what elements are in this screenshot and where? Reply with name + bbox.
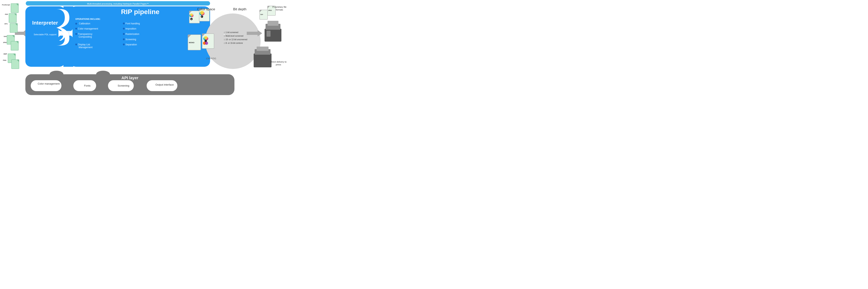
svg-text:MONO: MONO	[189, 41, 194, 43]
svg-marker-12	[69, 29, 72, 37]
svg-rect-37	[188, 35, 201, 50]
svg-rect-18	[31, 80, 61, 91]
input-file-icons	[6, 3, 26, 74]
svg-rect-76	[11, 60, 19, 69]
svg-point-35	[201, 15, 203, 18]
svg-marker-53	[259, 10, 262, 12]
api-title: API layer	[25, 76, 235, 80]
svg-text:TIFF: TIFF	[260, 14, 263, 15]
svg-rect-68	[10, 23, 18, 32]
svg-marker-41	[202, 34, 205, 37]
svg-rect-52	[259, 10, 268, 20]
svg-rect-58	[267, 31, 271, 37]
api-pill-fonts[interactable]: Fonts	[76, 84, 99, 87]
svg-rect-1	[25, 6, 65, 67]
svg-rect-60	[255, 49, 271, 55]
svg-rect-57	[268, 21, 278, 26]
svg-text:K: K	[202, 16, 202, 18]
cmykov-label: (CMYKOV)	[206, 58, 216, 60]
svg-rect-72	[11, 41, 19, 50]
svg-marker-38	[188, 35, 191, 38]
svg-rect-62	[247, 32, 258, 35]
api-pill-screening[interactable]: Screening	[111, 84, 136, 87]
svg-rect-40	[202, 34, 214, 49]
ops-header: OPERATIONS INCLUDE:	[75, 18, 101, 20]
svg-point-28	[190, 18, 193, 20]
svg-point-4	[59, 38, 75, 53]
bit-depth-options: □ 1-bit screened □ Multi-level screened …	[224, 31, 247, 45]
svg-point-45	[205, 40, 207, 42]
svg-marker-63	[258, 30, 262, 36]
svg-rect-9	[211, 32, 221, 35]
interpreter-subtitle: Selectable PDL support	[27, 33, 63, 36]
svg-point-47	[205, 41, 208, 45]
svg-point-44	[204, 36, 208, 39]
svg-rect-55	[265, 29, 281, 41]
ops-item-separation: Separation	[123, 43, 137, 46]
bit-depth-title: Bit depth	[220, 7, 259, 11]
ops-item-calibration: Calibration	[75, 22, 90, 25]
output-direct-label: Direct delivery to press	[269, 60, 288, 66]
ops-item-screening: Screening	[123, 38, 136, 41]
output-proprietary-label: Proprietary file formats	[270, 5, 289, 11]
ops-item-imposition: Imposition	[123, 27, 136, 30]
ops-item-transparency: Transparency Compositing	[75, 33, 92, 38]
interpreter-title: Interpreter	[27, 20, 63, 26]
svg-point-46	[203, 41, 206, 45]
svg-text:W: W	[191, 19, 192, 20]
api-pill-color-management[interactable]: Color management	[33, 82, 64, 85]
ops-item-font-handling: Font handling	[123, 22, 140, 25]
svg-rect-56	[266, 24, 280, 30]
api-pill-output-interface[interactable]: Output interface	[149, 83, 180, 86]
ops-item-color-management: Color management	[75, 27, 98, 30]
svg-point-42	[203, 37, 207, 40]
ops-item-rasterization: Rasterization	[123, 33, 139, 35]
ops-item-display-list: Display List Management	[75, 43, 93, 49]
svg-rect-66	[9, 13, 17, 23]
svg-rect-61	[257, 46, 269, 51]
svg-point-43	[205, 37, 208, 40]
svg-rect-64	[11, 4, 19, 13]
banner-text: Multi-threaded processing, including Har…	[26, 2, 210, 6]
page: W K MONO JPEG TIFF	[0, 0, 289, 96]
